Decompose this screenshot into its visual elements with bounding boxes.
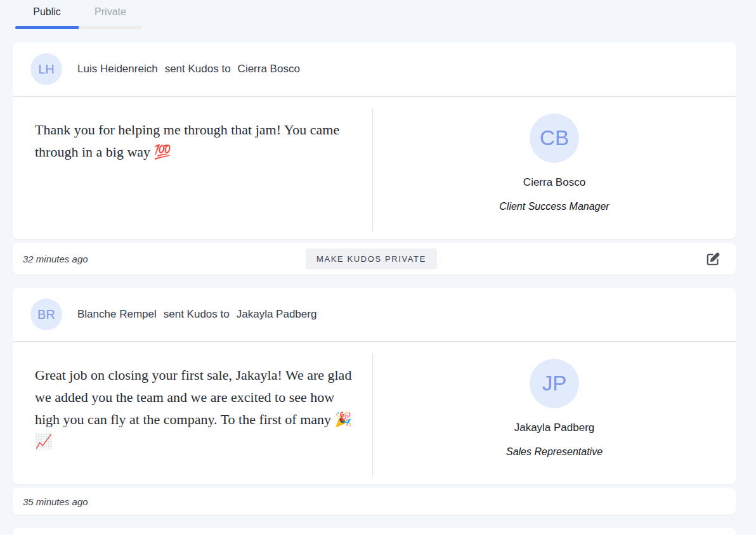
message-column: Thank you for helping me through that ja… [13, 97, 372, 239]
recipient-avatar: JP [530, 359, 579, 408]
sender-avatar: BR [30, 299, 62, 330]
kudos-card: LH Luis Heidenreich sent Kudos to Cierra… [13, 42, 736, 274]
tab-public-label: Public [15, 6, 79, 26]
sender-name: Blanche Rempel [77, 308, 157, 321]
recipient-profile: JP Jakayla Padberg Sales Representative [373, 342, 736, 484]
recipient-initials: CB [540, 126, 569, 150]
kudos-header-sentence: Luis Heidenreich sent Kudos to Cierra Bo… [77, 63, 300, 75]
edit-kudos-button[interactable] [707, 252, 720, 266]
timestamp: 32 minutes ago [22, 254, 306, 264]
kudos-card-footer: 32 minutes ago MAKE KUDOS PRIVATE [13, 243, 736, 274]
kudos-feed: LH Luis Heidenreich sent Kudos to Cierra… [13, 42, 736, 515]
tab-private[interactable]: Private [79, 6, 142, 29]
footer-actions [437, 252, 727, 266]
kudos-header-sentence: Blanche Rempel sent Kudos to Jakayla Pad… [77, 308, 316, 321]
kudos-visibility-tabs: Public Private [0, 0, 756, 29]
sender-initials: BR [37, 307, 55, 322]
kudos-card-body: Great job on closing your first sale, Ja… [13, 342, 736, 484]
inactive-tab-track [79, 26, 142, 29]
kudos-card-header: BR Blanche Rempel sent Kudos to Jakayla … [13, 288, 736, 342]
next-card-partial [13, 528, 736, 535]
recipient-profile: CB Cierra Bosco Client Success Manager [373, 97, 736, 239]
recipient-profile-name: Jakayla Padberg [514, 422, 595, 434]
kudos-card-body: Thank you for helping me through that ja… [13, 97, 736, 239]
recipient-avatar: CB [530, 113, 579, 163]
kudos-message: Great job on closing your first sale, Ja… [35, 364, 357, 453]
message-column: Great job on closing your first sale, Ja… [13, 342, 372, 484]
recipient-job-title: Sales Representative [506, 446, 603, 458]
kudos-card: BR Blanche Rempel sent Kudos to Jakayla … [13, 288, 736, 515]
kudos-card-header: LH Luis Heidenreich sent Kudos to Cierra… [13, 42, 736, 97]
active-tab-indicator [15, 26, 79, 29]
recipient-profile-name: Cierra Bosco [523, 176, 585, 189]
action-text: sent Kudos to [165, 63, 231, 75]
recipient-initials: JP [542, 371, 567, 396]
sender-name: Luis Heidenreich [77, 63, 158, 75]
kudos-message: Thank you for helping me through that ja… [35, 119, 357, 163]
tab-private-label: Private [79, 6, 142, 26]
sender-avatar: LH [30, 53, 62, 85]
kudos-card-footer: 35 minutes ago [13, 488, 736, 515]
tab-public[interactable]: Public [15, 6, 79, 29]
edit-pencil-square-icon [707, 258, 720, 268]
sender-initials: LH [38, 62, 55, 77]
action-text: sent Kudos to [164, 308, 230, 321]
recipient-name: Cierra Bosco [238, 63, 300, 75]
timestamp: 35 minutes ago [22, 496, 727, 507]
recipient-name: Jakayla Padberg [237, 308, 317, 321]
make-kudos-private-button[interactable]: MAKE KUDOS PRIVATE [306, 248, 437, 269]
recipient-job-title: Client Success Manager [499, 201, 609, 212]
